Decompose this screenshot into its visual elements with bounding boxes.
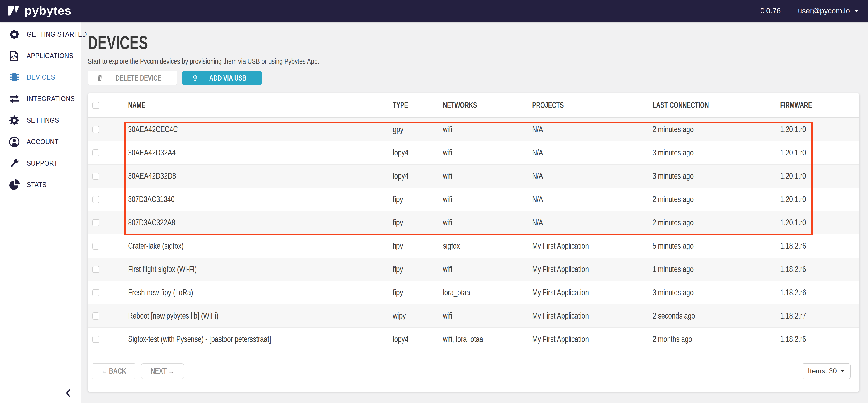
- add-via-usb-button[interactable]: ADD VIA USB: [182, 71, 261, 85]
- column-header-type: TYPE: [393, 100, 443, 110]
- cell-firmware: 1.18.2.r6: [780, 335, 859, 344]
- row-checkbox[interactable]: [92, 149, 99, 156]
- page-title: DEVICES: [88, 33, 859, 52]
- sidebar-item-support[interactable]: SUPPORT: [0, 153, 81, 174]
- sun-icon: [8, 28, 20, 40]
- row-checkbox[interactable]: [92, 173, 99, 180]
- sidebar-item-label: SETTINGS: [27, 116, 59, 124]
- table-row[interactable]: 807D3AC31340fipywifiN/A2 minutes ago1.20…: [88, 188, 859, 211]
- cell-type: fipy: [393, 241, 443, 251]
- cell-type: gpy: [393, 125, 443, 134]
- delete-device-button[interactable]: DELETE DEVICE: [88, 71, 177, 85]
- cell-networks: lora_otaa: [443, 288, 532, 297]
- table-row[interactable]: Sigfox-test (with Pysense) - [pastoor pe…: [88, 328, 859, 351]
- cell-name: Reboot [new pybytes lib] (WiFi): [128, 311, 393, 321]
- cell-last-connection: 2 minutes ago: [653, 125, 780, 134]
- row-checkbox[interactable]: [92, 219, 99, 226]
- table-row[interactable]: 30AEA42D32D8lopy4wifiN/A3 minutes ago1.2…: [88, 164, 859, 188]
- row-checkbox[interactable]: [92, 336, 99, 343]
- cell-name: 30AEA42D32A4: [128, 148, 393, 157]
- code-file-icon: </>: [8, 50, 20, 62]
- table-row[interactable]: First flight sigfox (Wi-Fi)fipywifiMy Fi…: [88, 257, 859, 281]
- row-checkbox[interactable]: [92, 312, 99, 319]
- row-checkbox[interactable]: [92, 196, 99, 203]
- sidebar-item-applications[interactable]: </>APPLICATIONS: [0, 45, 81, 66]
- cell-networks: wifi: [443, 265, 532, 274]
- cell-last-connection: 3 minutes ago: [653, 148, 780, 157]
- brand: pybytes: [8, 4, 71, 18]
- row-checkbox[interactable]: [92, 126, 99, 133]
- cell-last-connection: 2 months ago: [653, 335, 780, 344]
- sidebar-item-settings[interactable]: SETTINGS: [0, 110, 81, 131]
- cell-name: 807D3AC31340: [128, 195, 393, 204]
- wrench-icon: [8, 157, 20, 169]
- cell-networks: wifi, lora_otaa: [443, 335, 532, 344]
- table-row[interactable]: Fresh-new-fipy (LoRa)fipylora_otaaMy Fir…: [88, 281, 859, 304]
- table-row[interactable]: 30AEA42D32A4lopy4wifiN/A3 minutes ago1.2…: [88, 141, 859, 164]
- cell-firmware: 1.18.2.r7: [780, 311, 859, 321]
- cell-last-connection: 2 minutes ago: [653, 218, 780, 227]
- account-balance: € 0.76: [760, 6, 781, 15]
- cell-type: fipy: [393, 288, 443, 297]
- sidebar-item-stats[interactable]: STATS: [0, 174, 81, 195]
- table-footer: ← BACK NEXT → Items: 30: [88, 351, 859, 392]
- cell-firmware: 1.20.1.r0: [780, 125, 859, 134]
- select-all-checkbox[interactable]: [92, 102, 99, 109]
- cell-projects: N/A: [532, 171, 653, 181]
- column-header-projects: PROJECTS: [532, 100, 653, 110]
- cell-type: lopy4: [393, 171, 443, 181]
- cell-firmware: 1.20.1.r0: [780, 218, 859, 227]
- column-header-last-connection: LAST CONNECTION: [653, 100, 780, 110]
- table-header-row: NAMETYPENETWORKSPROJECTSLAST CONNECTIONF…: [88, 93, 859, 118]
- sidebar-item-getting-started[interactable]: GETTING STARTED: [0, 24, 81, 45]
- row-checkbox-cell: [88, 149, 128, 156]
- cell-networks: wifi: [443, 218, 532, 227]
- cell-networks: wifi: [443, 148, 532, 157]
- row-checkbox-cell: [88, 219, 128, 226]
- row-checkbox-cell: [88, 266, 128, 273]
- sidebar-item-label: DEVICES: [27, 73, 55, 82]
- svg-text:</>: </>: [10, 54, 18, 59]
- user-email: user@pycom.io: [798, 6, 850, 15]
- column-header-firmware: FIRMWARE: [780, 100, 859, 110]
- cell-name: 807D3AC322A8: [128, 218, 393, 227]
- page-description: Start to explore the Pycom devices by pr…: [88, 58, 859, 65]
- chip-icon: [8, 71, 20, 84]
- table-row[interactable]: Crater-lake (sigfox)fipysigfoxMy First A…: [88, 234, 859, 257]
- sidebar-item-label: INTEGRATIONS: [27, 95, 75, 103]
- cell-firmware: 1.20.1.r0: [780, 195, 859, 204]
- row-checkbox[interactable]: [92, 289, 99, 296]
- main-content: DEVICES Start to explore the Pycom devic…: [81, 22, 868, 403]
- table-row[interactable]: 807D3AC322A8fipywifiN/A2 minutes ago1.20…: [88, 211, 859, 234]
- cell-type: fipy: [393, 218, 443, 227]
- table-row[interactable]: 30AEA42CEC4CgpywifiN/A2 minutes ago1.20.…: [88, 118, 859, 141]
- sidebar-item-account[interactable]: ACCOUNT: [0, 131, 81, 153]
- back-button[interactable]: ← BACK: [92, 363, 136, 379]
- cell-name: 30AEA42CEC4C: [128, 125, 393, 134]
- cell-projects: N/A: [532, 125, 653, 134]
- cell-projects: N/A: [532, 148, 653, 157]
- user-menu[interactable]: user@pycom.io: [798, 6, 859, 15]
- table-row[interactable]: Reboot [new pybytes lib] (WiFi)wipywifiM…: [88, 304, 859, 328]
- row-checkbox-cell: [88, 289, 128, 296]
- header-checkbox-cell: [88, 102, 128, 109]
- sidebar-item-integrations[interactable]: INTEGRATIONS: [0, 88, 81, 110]
- row-checkbox-cell: [88, 173, 128, 180]
- gear-icon: [8, 114, 20, 126]
- sidebar-item-devices[interactable]: DEVICES: [0, 66, 81, 88]
- items-per-page-button[interactable]: Items: 30: [802, 363, 851, 379]
- row-checkbox[interactable]: [92, 266, 99, 273]
- cell-last-connection: 2 minutes ago: [653, 195, 780, 204]
- devices-table-card: NAMETYPENETWORKSPROJECTSLAST CONNECTIONF…: [88, 93, 859, 392]
- cell-projects: My First Application: [532, 311, 653, 321]
- row-checkbox[interactable]: [92, 243, 99, 250]
- cell-projects: My First Application: [532, 241, 653, 251]
- cell-name: Sigfox-test (with Pysense) - [pastoor pe…: [128, 335, 393, 344]
- cell-name: Crater-lake (sigfox): [128, 241, 393, 251]
- next-button[interactable]: NEXT →: [141, 363, 184, 379]
- sidebar-item-label: STATS: [27, 181, 46, 189]
- collapse-sidebar-button[interactable]: [64, 388, 73, 398]
- sidebar-item-label: SUPPORT: [27, 159, 58, 167]
- transfer-arrows-icon: [8, 93, 20, 105]
- cell-projects: N/A: [532, 195, 653, 204]
